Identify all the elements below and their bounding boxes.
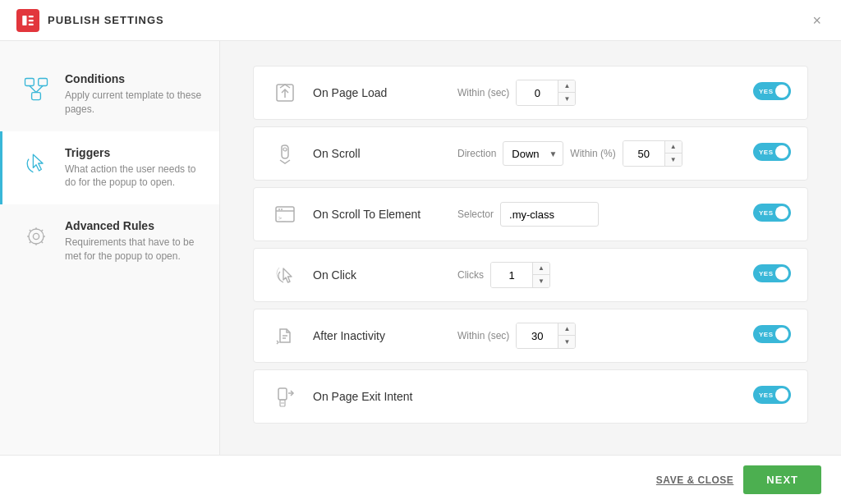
modal-footer: SAVE & CLOSE NEXT: [0, 455, 841, 504]
trigger-row-on-scroll-to-element: >_ On Scroll To Element Selector YES: [253, 187, 808, 241]
on-scroll-decrement[interactable]: ▼: [665, 153, 682, 166]
conditions-icon: [19, 72, 53, 107]
modal-body: Conditions Apply current template to the…: [0, 41, 841, 455]
on-scroll-value-input[interactable]: [623, 141, 664, 166]
sidebar-item-conditions[interactable]: Conditions Apply current template to the…: [0, 57, 219, 131]
on-scroll-to-element-toggle-wrap: YES: [753, 204, 791, 225]
on-scroll-spinner: ▲ ▼: [664, 141, 682, 166]
on-scroll-to-element-label: On Scroll To Element: [313, 208, 444, 221]
on-page-load-spinner: ▲ ▼: [558, 80, 575, 105]
advanced-rules-text: Advanced Rules Requirements that have to…: [65, 219, 203, 263]
on-click-value-input[interactable]: [491, 263, 532, 287]
on-scroll-to-element-icon: >_: [270, 199, 300, 229]
on-scroll-label: On Scroll: [313, 147, 444, 160]
svg-point-9: [29, 229, 44, 244]
svg-line-7: [30, 86, 36, 93]
trigger-row-on-click: On Click Clicks ▲ ▼ YES: [253, 248, 808, 302]
on-click-increment[interactable]: ▲: [533, 263, 549, 275]
svg-text:>_: >_: [278, 215, 286, 222]
on-click-icon: [270, 260, 300, 290]
svg-point-13: [283, 148, 287, 151]
on-page-load-decrement[interactable]: ▼: [558, 93, 575, 105]
on-page-load-value-input[interactable]: [517, 80, 558, 105]
close-button[interactable]: ×: [809, 10, 825, 31]
svg-rect-5: [32, 93, 41, 100]
on-scroll-to-element-controls: Selector: [457, 202, 740, 227]
modal-title: PUBLISH SETTINGS: [48, 14, 164, 26]
on-page-load-toggle-wrap: YES: [753, 82, 791, 103]
triggers-icon: [19, 146, 53, 181]
svg-rect-1: [29, 16, 34, 17]
on-scroll-toggle-wrap: YES: [753, 143, 791, 164]
trigger-row-on-page-exit-intent: On Page Exit Intent YES: [253, 369, 808, 424]
after-inactivity-input-wrap: ▲ ▼: [516, 323, 576, 349]
advanced-rules-label: Advanced Rules: [65, 219, 203, 232]
on-scroll-to-element-toggle[interactable]: YES: [753, 204, 791, 222]
after-inactivity-control-label: Within (sec): [457, 330, 509, 341]
svg-point-10: [33, 234, 39, 240]
trigger-row-on-scroll: On Scroll Direction Down Up ▼ Within (%): [253, 126, 808, 181]
modal-header: PUBLISH SETTINGS ×: [0, 0, 841, 41]
on-scroll-direction-select[interactable]: Down Up: [503, 141, 563, 166]
on-page-load-increment[interactable]: ▲: [558, 80, 575, 93]
sidebar-item-triggers[interactable]: Triggers What action the user needs to d…: [0, 131, 219, 205]
on-page-exit-intent-icon: [270, 382, 300, 411]
trigger-row-after-inactivity: After Inactivity Within (sec) ▲ ▼: [253, 309, 808, 363]
on-scroll-to-element-selector-input[interactable]: [500, 202, 599, 227]
after-inactivity-toggle-wrap: YES: [753, 325, 791, 346]
on-scroll-icon: [270, 139, 300, 168]
on-scroll-controls: Direction Down Up ▼ Within (%) ▲ ▼: [457, 140, 740, 167]
conditions-description: Apply current template to these pages.: [65, 89, 203, 117]
sidebar: Conditions Apply current template to the…: [0, 41, 220, 455]
next-button[interactable]: NEXT: [743, 465, 821, 494]
on-page-exit-intent-toggle[interactable]: YES: [753, 386, 791, 404]
triggers-label: Triggers: [65, 146, 203, 159]
triggers-description: What action the user needs to do for the…: [65, 163, 203, 190]
conditions-text: Conditions Apply current template to the…: [65, 72, 203, 117]
triggers-text: Triggers What action the user needs to d…: [65, 146, 203, 190]
main-content: On Page Load Within (sec) ▲ ▼: [220, 41, 841, 455]
on-click-decrement[interactable]: ▼: [533, 275, 549, 287]
on-scroll-direction-label: Direction: [457, 148, 496, 159]
on-scroll-within-label: Within (%): [570, 148, 615, 159]
on-scroll-direction-wrap: Down Up ▼: [503, 141, 563, 166]
on-scroll-to-element-selector-label: Selector: [457, 208, 494, 220]
on-click-label: On Click: [313, 268, 444, 282]
on-page-load-input-wrap: ▲ ▼: [516, 80, 576, 106]
svg-rect-4: [25, 79, 34, 86]
header-left: PUBLISH SETTINGS: [16, 9, 164, 32]
advanced-rules-icon: [19, 219, 53, 254]
publish-settings-modal: PUBLISH SETTINGS × Conditions: [0, 0, 841, 504]
on-page-load-icon: [270, 78, 300, 108]
after-inactivity-label: After Inactivity: [313, 329, 444, 342]
on-scroll-increment[interactable]: ▲: [665, 141, 682, 153]
after-inactivity-toggle[interactable]: YES: [753, 325, 791, 343]
on-page-exit-intent-toggle-wrap: YES: [753, 386, 791, 407]
on-page-load-controls: Within (sec) ▲ ▼: [457, 80, 740, 106]
after-inactivity-increment[interactable]: ▲: [558, 323, 575, 336]
sidebar-item-advanced-rules[interactable]: Advanced Rules Requirements that have to…: [0, 204, 219, 278]
on-click-spinner: ▲ ▼: [532, 263, 549, 287]
on-page-exit-intent-label: On Page Exit Intent: [313, 390, 444, 403]
trigger-row-on-page-load: On Page Load Within (sec) ▲ ▼: [253, 66, 808, 120]
svg-rect-6: [39, 79, 48, 86]
svg-rect-0: [22, 16, 26, 25]
save-close-button[interactable]: SAVE & CLOSE: [656, 474, 733, 486]
svg-rect-3: [29, 23, 34, 25]
on-click-controls: Clicks ▲ ▼: [457, 262, 740, 288]
on-click-clicks-label: Clicks: [457, 269, 484, 281]
on-scroll-toggle[interactable]: YES: [753, 143, 791, 161]
after-inactivity-spinner: ▲ ▼: [558, 323, 575, 348]
after-inactivity-decrement[interactable]: ▼: [558, 336, 575, 348]
after-inactivity-value-input[interactable]: [517, 323, 558, 348]
on-click-toggle[interactable]: YES: [753, 264, 791, 282]
svg-rect-21: [278, 388, 287, 400]
conditions-label: Conditions: [65, 72, 203, 85]
after-inactivity-icon: [270, 321, 300, 351]
on-click-toggle-wrap: YES: [753, 264, 791, 286]
svg-rect-2: [29, 19, 34, 21]
after-inactivity-controls: Within (sec) ▲ ▼: [457, 323, 740, 349]
advanced-rules-description: Requirements that have to be met for the…: [65, 236, 203, 263]
on-scroll-input-wrap: ▲ ▼: [623, 140, 682, 167]
on-page-load-toggle[interactable]: YES: [753, 82, 791, 100]
